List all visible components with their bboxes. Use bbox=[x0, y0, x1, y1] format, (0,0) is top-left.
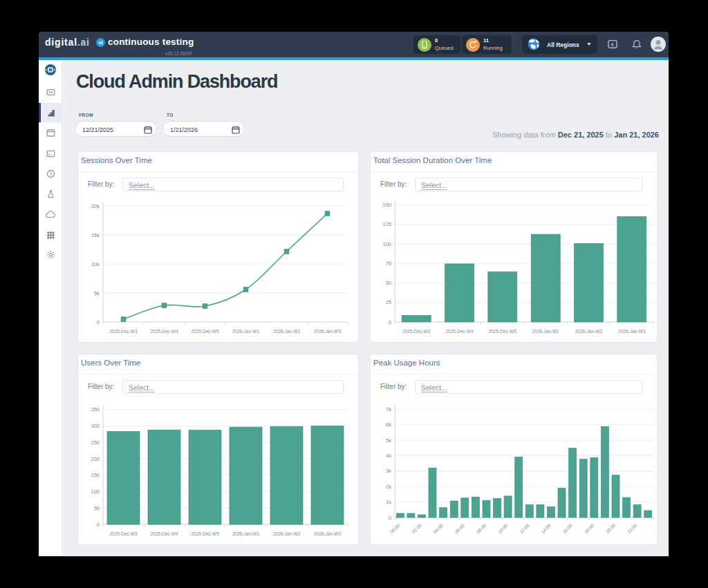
svg-text:2026-Jan-W2: 2026-Jan-W2 bbox=[575, 329, 602, 334]
svg-text:1k: 1k bbox=[386, 499, 391, 505]
svg-text:350: 350 bbox=[91, 406, 100, 412]
svg-text:0: 0 bbox=[97, 319, 100, 325]
svg-text:14:00: 14:00 bbox=[540, 522, 552, 534]
svg-text:25: 25 bbox=[386, 299, 391, 305]
svg-text:2026-Jan-W1: 2026-Jan-W1 bbox=[232, 329, 259, 334]
svg-text:2026-Jan-W1: 2026-Jan-W1 bbox=[232, 531, 259, 536]
svg-text:22:00: 22:00 bbox=[626, 522, 638, 534]
svg-text:5k: 5k bbox=[386, 437, 391, 444]
svg-text:16:00: 16:00 bbox=[561, 522, 573, 534]
svg-text:0: 0 bbox=[389, 319, 391, 325]
svg-text:2025-Dec-W5: 2025-Dec-W5 bbox=[489, 329, 516, 334]
svg-text:50: 50 bbox=[386, 280, 391, 286]
svg-text:250: 250 bbox=[91, 439, 100, 446]
svg-text:2026-Jan-W2: 2026-Jan-W2 bbox=[273, 531, 300, 536]
svg-text:04:00: 04:00 bbox=[432, 522, 444, 534]
svg-text:2025-Dec-W3: 2025-Dec-W3 bbox=[402, 329, 430, 334]
svg-text:75: 75 bbox=[386, 260, 391, 267]
svg-text:2026-Jan-W3: 2026-Jan-W3 bbox=[314, 531, 341, 536]
svg-text:0: 0 bbox=[97, 522, 100, 528]
svg-text:08:00: 08:00 bbox=[476, 522, 487, 534]
svg-text:125: 125 bbox=[382, 221, 391, 227]
svg-text:2026-Jan-W2: 2026-Jan-W2 bbox=[273, 329, 300, 334]
svg-text:18:00: 18:00 bbox=[584, 522, 595, 534]
svg-text:02:00: 02:00 bbox=[411, 522, 422, 534]
svg-text:2025-Dec-W5: 2025-Dec-W5 bbox=[191, 329, 218, 334]
svg-text:5k: 5k bbox=[94, 290, 100, 296]
svg-text:100: 100 bbox=[91, 489, 100, 495]
svg-text:200: 200 bbox=[91, 456, 100, 462]
svg-text:2025-Dec-W4: 2025-Dec-W4 bbox=[150, 531, 178, 536]
svg-text:2026-Jan-W3: 2026-Jan-W3 bbox=[314, 329, 341, 334]
svg-text:2025-Dec-W5: 2025-Dec-W5 bbox=[191, 531, 218, 536]
svg-text:300: 300 bbox=[91, 423, 100, 429]
svg-text:50: 50 bbox=[94, 505, 100, 511]
svg-text:3k: 3k bbox=[386, 468, 391, 474]
svg-text:10:00: 10:00 bbox=[497, 522, 509, 534]
svg-text:2026-Jan-W3: 2026-Jan-W3 bbox=[618, 329, 645, 334]
svg-text:0: 0 bbox=[389, 515, 391, 521]
svg-text:100: 100 bbox=[382, 241, 391, 247]
svg-text:12:00: 12:00 bbox=[519, 522, 530, 534]
svg-text:2025-Dec-W4: 2025-Dec-W4 bbox=[445, 329, 473, 334]
svg-text:00:00: 00:00 bbox=[389, 522, 401, 534]
svg-text:2025-Dec-W3: 2025-Dec-W3 bbox=[109, 531, 137, 536]
svg-text:6k: 6k bbox=[386, 421, 391, 428]
svg-text:06:00: 06:00 bbox=[454, 522, 466, 534]
svg-text:2k: 2k bbox=[386, 484, 391, 490]
svg-text:4k: 4k bbox=[386, 453, 391, 459]
svg-text:7k: 7k bbox=[386, 406, 391, 412]
svg-text:2026-Jan-W1: 2026-Jan-W1 bbox=[532, 329, 559, 334]
svg-text:10k: 10k bbox=[91, 261, 100, 267]
svg-text:20:00: 20:00 bbox=[605, 522, 617, 534]
svg-text:15k: 15k bbox=[91, 232, 100, 238]
svg-text:150: 150 bbox=[91, 472, 100, 478]
svg-text:20k: 20k bbox=[91, 203, 100, 209]
svg-text:150: 150 bbox=[382, 202, 391, 208]
svg-text:2025-Dec-W4: 2025-Dec-W4 bbox=[150, 329, 178, 334]
svg-text:2025-Dec-W3: 2025-Dec-W3 bbox=[109, 329, 137, 334]
